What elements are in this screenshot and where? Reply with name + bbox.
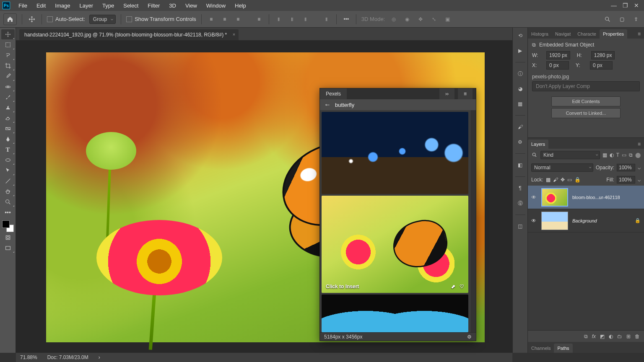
menu-help[interactable]: Help [231, 1, 250, 10]
pexels-settings-icon[interactable]: ⚙ [467, 334, 472, 340]
filter-type-icon[interactable]: T [616, 152, 619, 158]
menu-layer[interactable]: Layer [75, 1, 98, 10]
actions-panel-icon[interactable]: ▶ [516, 46, 525, 55]
menu-view[interactable]: View [181, 1, 201, 10]
prop-width[interactable]: 1920 px [546, 51, 570, 59]
delete-layer-icon[interactable]: 🗑 [635, 334, 640, 339]
tab-channels[interactable]: Channels [528, 344, 554, 353]
pexels-scrollbar[interactable] [471, 110, 476, 332]
home-button[interactable] [3, 13, 17, 25]
opacity-input[interactable]: 100% [617, 164, 635, 171]
collapse-panel-icon[interactable]: ›› [439, 88, 454, 99]
pexels-panel[interactable]: Pexels ›› ≡ ← butterfly Click to Insert … [319, 88, 476, 341]
menu-select[interactable]: Select [119, 1, 143, 10]
pen-tool[interactable] [1, 134, 15, 144]
layer-group-icon[interactable]: 🗀 [617, 334, 622, 339]
libraries-panel-icon[interactable]: ◫ [516, 222, 525, 231]
layer-item[interactable]: 👁 Background 🔒 [528, 209, 644, 233]
layer-thumbnail[interactable] [541, 188, 568, 207]
window-close-icon[interactable]: ✕ [634, 2, 639, 9]
clone-stamp-tool[interactable] [1, 103, 15, 113]
move-tool[interactable] [1, 29, 15, 39]
distribute-h-icon[interactable]: ≡ [254, 15, 264, 24]
move-tool-icon[interactable] [27, 15, 36, 24]
lock-icon[interactable]: 🔒 [635, 218, 641, 223]
menu-edit[interactable]: Edit [32, 1, 50, 10]
brush-tool[interactable] [1, 92, 15, 102]
new-layer-icon[interactable]: ⊞ [626, 334, 631, 339]
eraser-tool[interactable] [1, 113, 15, 123]
filter-toggle-icon[interactable]: ⬤ [635, 152, 641, 158]
lock-position-icon[interactable]: ✥ [561, 177, 565, 183]
layer-filter-dropdown[interactable]: Kind [540, 151, 600, 159]
history-panel-icon[interactable]: ⟲ [516, 31, 525, 40]
panel-menu-icon[interactable]: ≡ [634, 29, 644, 39]
layer-mask-icon[interactable]: ◩ [600, 334, 605, 339]
back-arrow-icon[interactable]: ← [324, 101, 331, 109]
align-right-icon[interactable]: ≡ [234, 15, 243, 24]
filter-shape-icon[interactable]: ▭ [622, 152, 626, 158]
lasso-tool[interactable] [1, 50, 15, 60]
tab-layers[interactable]: Layers [528, 140, 548, 149]
tab-navigator[interactable]: Navigat [552, 29, 574, 39]
type-tool[interactable]: T [1, 145, 15, 155]
search-icon[interactable] [603, 15, 612, 24]
align-center-h-icon[interactable]: ≡ [220, 15, 229, 24]
status-arrow-icon[interactable]: › [99, 354, 100, 360]
tab-paths[interactable]: Paths [554, 344, 572, 353]
open-external-icon[interactable]: ⬈ [451, 284, 455, 290]
blend-mode-dropdown[interactable]: Normal [531, 163, 593, 172]
gradient-tool[interactable] [1, 124, 15, 134]
filter-smart-icon[interactable]: ⧉ [629, 152, 633, 158]
prop-height[interactable]: 1280 px [591, 51, 615, 59]
document-tab[interactable]: handstand-2224104_1920.jpg @ 71.9% (bloo… [19, 29, 239, 40]
filter-pixel-icon[interactable]: ▦ [602, 152, 607, 158]
zoom-tool[interactable] [1, 197, 15, 207]
brushes-panel-icon[interactable]: 🖌 [516, 122, 525, 132]
menu-window[interactable]: Window [202, 1, 230, 10]
menu-file[interactable]: File [14, 1, 31, 10]
favorite-icon[interactable]: ♡ [460, 284, 464, 290]
align-left-icon[interactable]: ≡ [207, 15, 216, 24]
share-icon[interactable]: ⇪ [631, 15, 641, 24]
tab-properties[interactable]: Properties [600, 29, 627, 39]
menu-image[interactable]: Image [51, 1, 74, 10]
lock-all-icon[interactable]: 🔒 [574, 177, 581, 183]
menu-filter[interactable]: Filter [143, 1, 164, 10]
filter-adjustment-icon[interactable]: ◐ [610, 152, 614, 158]
layer-thumbnail[interactable] [541, 212, 568, 230]
swatches-panel-icon[interactable]: ▦ [516, 99, 525, 109]
show-transform-option[interactable]: Show Transform Controls [126, 16, 196, 22]
adjustment-layer-icon[interactable]: ◐ [609, 334, 613, 339]
menu-type[interactable]: Type [98, 1, 118, 10]
visibility-icon[interactable]: 👁 [531, 194, 537, 200]
lock-artboard-icon[interactable]: ▭ [567, 177, 572, 183]
prop-x[interactable]: 0 px [546, 61, 569, 70]
filter-search-icon[interactable] [531, 152, 538, 158]
panel-menu-icon[interactable]: ≡ [458, 88, 473, 99]
menu-3d[interactable]: 3D [165, 1, 180, 10]
pexels-tab-label[interactable]: Pexels [320, 88, 347, 99]
adjustments-panel-icon[interactable]: ⚙ [516, 137, 525, 147]
pexels-results[interactable]: Click to Insert ⬈ ♡ [320, 110, 471, 332]
line-tool[interactable] [1, 176, 15, 186]
healing-brush-tool[interactable] [1, 82, 15, 92]
layer-name[interactable]: bloom-bloo...ur-462118 [572, 195, 641, 200]
styles-panel-icon[interactable]: ◧ [516, 160, 525, 170]
fill-input[interactable]: 100% [617, 176, 635, 184]
color-panel-icon[interactable]: ◕ [516, 84, 525, 93]
screen-mode-icon[interactable]: ▢ [617, 15, 626, 24]
more-options-icon[interactable]: ••• [342, 15, 351, 24]
align-bottom-icon[interactable]: ⫴ [301, 15, 310, 24]
layer-item[interactable]: 👁 bloom-bloo...ur-462118 [528, 186, 644, 209]
layers-menu-icon[interactable]: ≡ [634, 140, 644, 149]
shape-tool[interactable] [1, 155, 15, 165]
edit-contents-button[interactable]: Edit Contents [551, 96, 621, 106]
path-select-tool[interactable] [1, 165, 15, 176]
doc-size[interactable]: Doc: 7.03M/23.0M [47, 354, 88, 360]
close-tab-icon[interactable]: × [233, 32, 235, 37]
edit-toolbar[interactable]: ••• [1, 207, 15, 217]
visibility-icon[interactable]: 👁 [531, 218, 537, 224]
tab-character[interactable]: Characte [574, 29, 600, 39]
align-center-v-icon[interactable]: ⫴ [288, 15, 297, 24]
